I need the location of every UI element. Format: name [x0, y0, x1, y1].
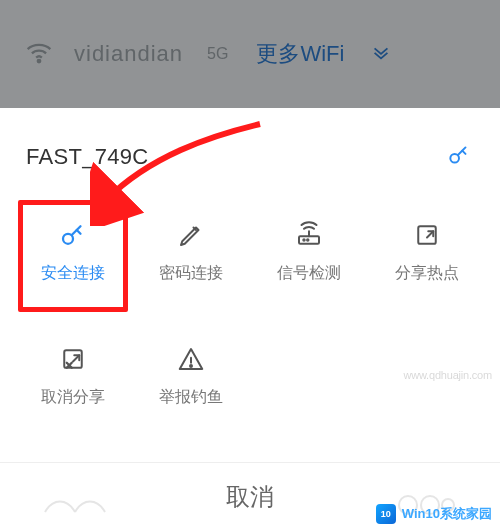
- tile-label: 信号检测: [277, 263, 341, 284]
- bg-band: 5G: [207, 45, 228, 63]
- footer-ghost-right-icon: [390, 477, 460, 517]
- tile-label: 密码连接: [159, 263, 223, 284]
- svg-point-11: [442, 499, 454, 511]
- wifi-action-sheet: FAST_749C 安全连接: [0, 108, 500, 530]
- share-cancel-icon: [55, 341, 91, 377]
- sheet-title: FAST_749C: [26, 144, 149, 170]
- sheet-footer: 取消: [0, 462, 500, 530]
- tile-share-hotspot[interactable]: 分享热点: [368, 194, 486, 306]
- pencil-icon: [173, 217, 209, 253]
- tile-password-connect[interactable]: 密码连接: [132, 194, 250, 306]
- action-grid: 安全连接 密码连接 信号检测: [0, 194, 500, 430]
- tile-label: 取消分享: [41, 387, 105, 408]
- warning-icon: [173, 341, 209, 377]
- svg-point-4: [303, 239, 305, 241]
- svg-point-8: [190, 364, 192, 366]
- cancel-button[interactable]: 取消: [226, 481, 274, 513]
- more-wifi-link[interactable]: 更多WiFi: [256, 39, 344, 69]
- svg-point-5: [307, 239, 309, 241]
- key-icon: [446, 142, 472, 172]
- tile-label: 举报钓鱼: [159, 387, 223, 408]
- bg-ssid: vidiandian: [74, 41, 183, 67]
- svg-point-0: [38, 60, 41, 63]
- share-icon: [409, 217, 445, 253]
- tile-report-phishing[interactable]: 举报钓鱼: [132, 318, 250, 430]
- tile-label: 安全连接: [41, 263, 105, 284]
- svg-point-9: [399, 496, 417, 514]
- router-icon: [291, 217, 327, 253]
- footer-ghost-left-icon: [40, 477, 110, 517]
- background-dimmed-layer: vidiandian 5G 更多WiFi: [0, 0, 500, 108]
- svg-point-10: [421, 496, 439, 514]
- tile-signal-test[interactable]: 信号检测: [250, 194, 368, 306]
- wifi-icon: [22, 35, 56, 73]
- tile-secure-connect[interactable]: 安全连接: [14, 194, 132, 306]
- chevron-down-icon: [370, 41, 392, 67]
- key-icon: [55, 217, 91, 253]
- tile-label: 分享热点: [395, 263, 459, 284]
- tile-cancel-share[interactable]: 取消分享: [14, 318, 132, 430]
